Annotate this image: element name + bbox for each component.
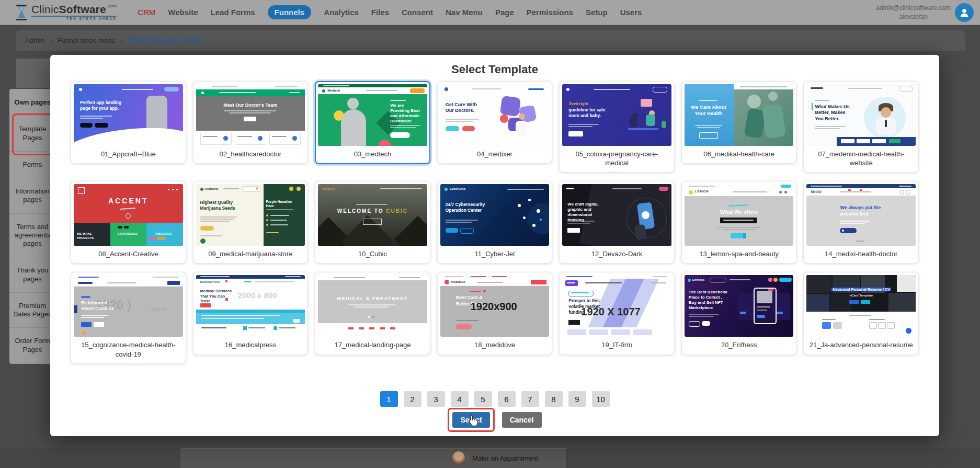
template-card[interactable]: medidove Best Care & Better Doctor 1920x…: [437, 272, 553, 355]
nav-item-consent[interactable]: Consent: [402, 8, 433, 17]
person-silhouette: [347, 98, 359, 109]
page-button-9[interactable]: 9: [568, 391, 586, 407]
hourglass-logo-icon: [15, 4, 28, 21]
mouse-cursor-icon: [468, 415, 478, 427]
template-card[interactable]: We craft digital, graphic and dimensiona…: [559, 181, 675, 264]
modal-actions: Select Cancel: [50, 408, 939, 432]
page-button-3[interactable]: 3: [427, 391, 445, 407]
user-name: alexstefan: [876, 13, 951, 21]
template-card[interactable]: Advanced Personal Resume / CV +Card Temp…: [803, 272, 919, 355]
breadcrumb-funnel-steps-menu[interactable]: Funnel steps menu: [58, 37, 116, 44]
sidebar-item-forms[interactable]: Forms: [9, 152, 55, 178]
template-card[interactable]: Medixi We always put the patients first …: [803, 181, 919, 264]
template-thumbnail: Enfhess The Best Beneficial Place to Col…: [685, 275, 794, 337]
page-button-1[interactable]: 1: [380, 391, 398, 407]
user-email: admin@clinicsoftware.com: [876, 4, 951, 12]
nav-item-nav-menu[interactable]: Nav Menu: [446, 8, 483, 17]
template-name: 08_Accent-Creative: [74, 246, 183, 263]
background-table-row: Make an Appointment: [180, 448, 567, 468]
template-thumbnail: Get Cure With Our Doctors.: [440, 84, 550, 146]
template-name: 03_medtech: [318, 146, 427, 163]
thumb-watermark: 1920 X 1077: [581, 305, 640, 318]
pagination: 1 2 3 4 5 6 7 8 9 10: [50, 391, 939, 407]
row-text: Make an Appointment: [472, 454, 538, 462]
nav-item-files[interactable]: Files: [371, 8, 389, 17]
template-card[interactable]: Get Cure With Our Doctors. 04_medixer: [437, 81, 553, 164]
nav-item-page[interactable]: Page: [495, 8, 514, 17]
template-card[interactable]: Need right guideline for safe mom and ba…: [559, 81, 675, 173]
clinicsoftware-logo[interactable]: ClinicSoftware.com TEN STEPS AHEAD: [15, 4, 117, 21]
page-button-7[interactable]: 7: [521, 391, 539, 407]
template-name: 18_medidove: [440, 337, 550, 354]
template-card[interactable]: MEDICAL & TREATMENT 17_medical-landing-p…: [315, 272, 430, 355]
row-avatar: [452, 451, 465, 464]
nav-item-permissions[interactable]: Permissions: [527, 8, 573, 17]
cancel-button[interactable]: Cancel: [502, 412, 542, 428]
template-name: 20_Enfhess: [685, 337, 794, 354]
user-account[interactable]: admin@clinicsoftware.com alexstefan: [876, 3, 974, 22]
template-name: 01_Appcraft--Blue: [74, 146, 183, 163]
sidebar-item-premium-sales-pages[interactable]: Premium Sales Pages: [9, 293, 55, 328]
template-name: 12_Devazo-Dark: [562, 246, 671, 263]
template-card[interactable]: We Care About Your Health 06_medikal-hea…: [681, 81, 797, 164]
page-button-6[interactable]: 6: [498, 391, 516, 407]
template-name: 17_medical-landing-page: [318, 337, 427, 354]
thumb-brand: Enfhess: [692, 278, 704, 282]
template-name: 13_lemon-spa-and-beauty: [685, 246, 794, 263]
breadcrumb-admin[interactable]: Admin: [25, 37, 44, 44]
sidebar-item-information-pages[interactable]: Information pages: [9, 178, 55, 214]
template-thumbnail: medidove Best Care & Better Doctor 1920x…: [440, 275, 550, 337]
sidebar-item-order-form-pages[interactable]: Order Form Pages: [9, 328, 55, 363]
user-avatar-icon[interactable]: [955, 3, 974, 22]
nav-item-lead-forms[interactable]: Lead Forms: [211, 8, 255, 17]
template-thumbnail: LEMON What We offers: [685, 184, 794, 246]
template-card[interactable]: LEMON What We offers 13_lemon-spa-and-be…: [681, 181, 797, 264]
template-card[interactable]: ACCENT WE MAKE PROJECTS EXPERIENCE DISCO…: [71, 181, 186, 264]
template-thumbnail: CyberChip 24/7 Cybersecurity Operation C…: [440, 184, 550, 246]
page-button-8[interactable]: 8: [545, 391, 563, 407]
template-thumbnail: MEDICAL & TREATMENT: [318, 275, 427, 337]
brand-tagline: TEN STEPS AHEAD: [31, 16, 117, 21]
template-thumbnail: Herbalist Highest Quality Marijuana Seed…: [196, 184, 305, 246]
template-card[interactable]: CUBIC. WELCOME TO CUBIC 10_Cubic: [315, 181, 430, 264]
template-name: 14_medixi-health-doctor: [806, 246, 916, 263]
pages-sidebar: Own pages Template Pages Forms Informati…: [9, 89, 55, 364]
template-name: 05_coloxa-pregnancy-care-medical: [562, 146, 671, 172]
google-play-button: [95, 123, 108, 128]
page-button-4[interactable]: 4: [451, 391, 469, 407]
red-highlight-select-button: Select: [448, 408, 494, 432]
sidebar-item-terms-pages[interactable]: Terms and agreements pages: [9, 214, 55, 258]
sidebar-item-template-pages[interactable]: Template Pages: [9, 116, 55, 152]
thumb-size-label: 520 x 670: [151, 307, 167, 312]
template-card[interactable]: 1920 ) Be Informed About Covid-19 520 x …: [71, 272, 186, 363]
thumb-brand: medidove: [451, 280, 465, 284]
template-thumbnail: Advanced Personal Resume / CV +Card Temp…: [806, 275, 916, 337]
thumb-watermark: 2000 x 800: [238, 291, 277, 301]
make-appointment-pill: [390, 132, 410, 138]
page-button-2[interactable]: 2: [404, 391, 421, 407]
nav-item-setup[interactable]: Setup: [586, 8, 608, 17]
template-card[interactable]: Herbalist Highest Quality Marijuana Seed…: [193, 181, 309, 264]
template-card[interactable]: Prosper in this volatile market funding …: [559, 272, 675, 355]
template-card[interactable]: What Makes Us Better, Makes You Better. …: [803, 81, 919, 173]
template-card[interactable]: Perfect app landing page for your app. 0…: [71, 81, 186, 164]
sidebar-item-own-pages[interactable]: Own pages: [9, 89, 55, 116]
template-name: 06_medikal-health-care: [685, 146, 794, 163]
template-card[interactable]: Enfhess The Best Beneficial Place to Col…: [681, 272, 797, 355]
page-button-10[interactable]: 10: [592, 391, 610, 407]
nav-item-crm[interactable]: CRM: [138, 8, 155, 17]
template-card[interactable]: CyberChip 24/7 Cybersecurity Operation C…: [437, 181, 553, 264]
modal-title: Select Template: [50, 63, 939, 76]
nav-item-analytics[interactable]: Analytics: [324, 8, 359, 17]
nav-item-users[interactable]: Users: [620, 8, 642, 17]
template-thumbnail: We Care About Your Health: [685, 84, 794, 146]
nav-item-website[interactable]: Website: [168, 8, 198, 17]
template-card[interactable]: Meet Our Doctor's Team 02_healthcaredoct…: [193, 81, 309, 164]
breadcrumb-bar: Admin » Funnel steps menu » Web Commerce…: [16, 30, 965, 51]
nav-item-funnels[interactable]: Funnels: [268, 5, 312, 19]
template-card-selected[interactable]: Medtech We are Providing Best and Afford…: [315, 81, 430, 164]
page-button-5[interactable]: 5: [474, 391, 492, 407]
sidebar-item-thank-you-pages[interactable]: Thank you pages: [9, 257, 55, 293]
template-card[interactable]: MedicalPress Medical Services That You C…: [193, 272, 309, 355]
template-grid: Perfect app landing page for your app. 0…: [71, 81, 919, 364]
